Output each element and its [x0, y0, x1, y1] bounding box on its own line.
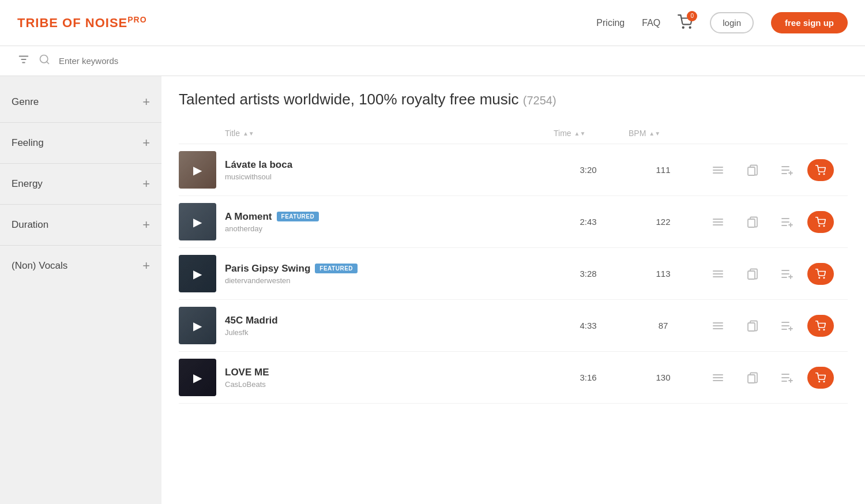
track-info-4: 45C Madrid Julesfk	[225, 315, 548, 337]
svg-point-0	[683, 27, 684, 28]
track-thumbnail-1[interactable]: ▶	[179, 151, 216, 189]
signup-button[interactable]: free sign up	[771, 12, 848, 33]
track-copy-1[interactable]	[738, 164, 767, 176]
play-button-2[interactable]: ▶	[179, 203, 216, 240]
filter-energy[interactable]: Energy +	[0, 164, 161, 205]
nav-pricing[interactable]: Pricing	[596, 18, 625, 28]
add-to-cart-button-5[interactable]	[807, 367, 834, 389]
filter-icon[interactable]	[17, 53, 30, 69]
play-button-1[interactable]: ▶	[179, 151, 216, 189]
cart-add-icon	[815, 269, 826, 279]
track-artist-5[interactable]: CasLoBeats	[225, 380, 548, 389]
add-to-cart-button-3[interactable]	[807, 263, 834, 285]
track-cart-3[interactable]	[807, 263, 848, 285]
filter-duration[interactable]: Duration +	[0, 205, 161, 246]
track-copy-2[interactable]	[738, 216, 767, 228]
track-bpm-2: 122	[629, 217, 698, 227]
track-row: ▶ Paris Gipsy Swing FEATURED dietervande…	[179, 248, 848, 300]
add-to-list-icon	[781, 321, 793, 331]
copy-icon	[747, 164, 758, 176]
filter-vocals[interactable]: (Non) Vocals +	[0, 246, 161, 286]
hamburger-icon	[712, 166, 724, 175]
track-time-2: 2:43	[554, 217, 623, 227]
track-artist-2[interactable]: anotherday	[225, 224, 548, 233]
svg-point-28	[823, 225, 825, 227]
svg-rect-21	[748, 219, 755, 227]
svg-point-17	[823, 174, 825, 175]
svg-point-60	[819, 381, 820, 382]
track-info-1: Lávate la boca musicwithsoul	[225, 159, 548, 181]
track-artist-3[interactable]: dietervanderwesten	[225, 276, 548, 285]
track-addlist-5[interactable]	[773, 373, 802, 383]
track-addlist-3[interactable]	[773, 269, 802, 279]
track-addlist-4[interactable]	[773, 321, 802, 331]
svg-rect-54	[748, 375, 755, 383]
genre-expand-icon: +	[142, 95, 150, 110]
cart-add-icon	[815, 165, 826, 175]
track-copy-3[interactable]	[738, 268, 767, 280]
login-button[interactable]: login	[710, 12, 754, 33]
time-header-label: Time	[554, 129, 571, 138]
track-name-4: 45C Madrid	[225, 315, 548, 326]
track-info-5: LOVE ME CasLoBeats	[225, 367, 548, 389]
track-menu-1[interactable]	[704, 166, 732, 175]
nav: Pricing FAQ 0 login free sign up	[596, 12, 848, 33]
track-info-2: A Moment FEATURED anotherday	[225, 211, 548, 233]
cart-add-icon	[815, 373, 826, 383]
svg-rect-43	[748, 323, 755, 331]
col-title-header[interactable]: Title ▲▼	[225, 129, 548, 138]
search-input[interactable]	[59, 56, 848, 66]
cart-add-icon	[815, 321, 826, 331]
track-copy-4[interactable]	[738, 320, 767, 332]
play-button-5[interactable]: ▶	[179, 359, 216, 396]
logo-pro: PRO	[127, 15, 146, 24]
play-button-3[interactable]: ▶	[179, 255, 216, 292]
track-thumbnail-5[interactable]: ▶	[179, 359, 216, 396]
play-button-4[interactable]: ▶	[179, 307, 216, 344]
track-thumbnail-3[interactable]: ▶	[179, 255, 216, 292]
featured-badge: FEATURED	[277, 212, 319, 221]
page-title-text: Talented artists worldwide, 100% royalty…	[179, 91, 519, 108]
track-name-2: A Moment FEATURED	[225, 211, 548, 223]
add-to-cart-button-2[interactable]	[807, 211, 834, 233]
col-time-header[interactable]: Time ▲▼	[554, 129, 623, 138]
track-addlist-2[interactable]	[773, 217, 802, 227]
filter-energy-label: Energy	[12, 178, 43, 190]
logo-text: TRIBE OF NOISE	[17, 16, 127, 30]
track-menu-5[interactable]	[704, 373, 732, 382]
filter-genre[interactable]: Genre +	[0, 82, 161, 123]
filter-feeling[interactable]: Feeling +	[0, 123, 161, 164]
svg-rect-10	[748, 167, 755, 175]
track-addlist-1[interactable]	[773, 165, 802, 175]
track-menu-2[interactable]	[704, 217, 732, 227]
track-menu-4[interactable]	[704, 321, 732, 330]
track-bpm-1: 111	[629, 165, 698, 175]
copy-icon	[747, 268, 758, 280]
track-thumbnail-2[interactable]: ▶	[179, 203, 216, 240]
svg-point-38	[819, 277, 820, 279]
cart-button[interactable]: 0	[678, 14, 693, 32]
nav-faq[interactable]: FAQ	[642, 18, 660, 28]
track-thumbnail-4[interactable]: ▶	[179, 307, 216, 344]
track-copy-5[interactable]	[738, 372, 767, 383]
add-to-cart-button-4[interactable]	[807, 315, 834, 337]
header: TRIBE OF NOISEPRO Pricing FAQ 0 login fr…	[0, 0, 865, 46]
track-cart-2[interactable]	[807, 211, 848, 233]
track-row: ▶ 45C Madrid Julesfk 4:33 87	[179, 300, 848, 352]
track-artist-1[interactable]: musicwithsoul	[225, 172, 548, 181]
track-cart-1[interactable]	[807, 159, 848, 181]
col-bpm-header[interactable]: BPM ▲▼	[629, 129, 698, 138]
add-to-cart-button-1[interactable]	[807, 159, 834, 181]
svg-point-39	[823, 277, 825, 279]
track-cart-5[interactable]	[807, 367, 848, 389]
track-name-3: Paris Gipsy Swing FEATURED	[225, 263, 548, 274]
track-bpm-4: 87	[629, 321, 698, 330]
track-time-5: 3:16	[554, 373, 623, 382]
energy-expand-icon: +	[142, 176, 150, 191]
track-artist-4[interactable]: Julesfk	[225, 328, 548, 337]
track-cart-4[interactable]	[807, 315, 848, 337]
track-count: (7254)	[523, 94, 556, 107]
filter-vocals-label: (Non) Vocals	[12, 260, 67, 272]
track-menu-3[interactable]	[704, 269, 732, 279]
add-to-list-icon	[781, 165, 793, 175]
